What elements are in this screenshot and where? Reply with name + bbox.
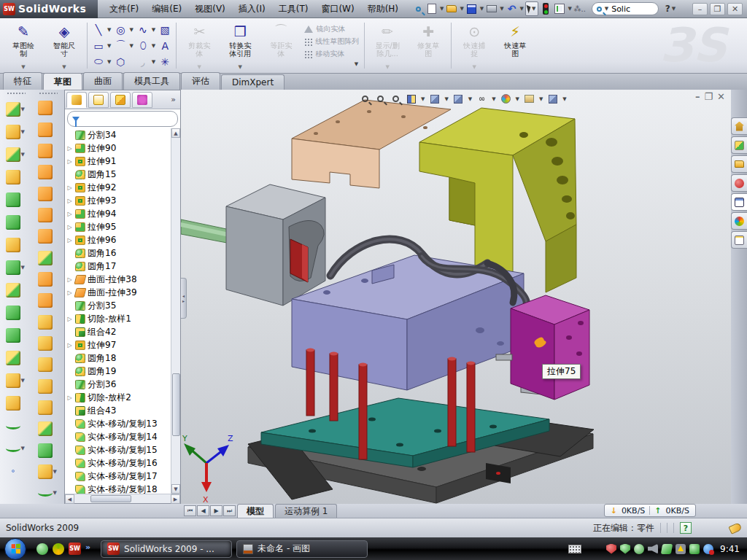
reference-geometry2-icon[interactable] [38, 464, 53, 479]
command-tab-评估[interactable]: 评估 [181, 72, 220, 90]
doc-restore-button[interactable]: ❐ [704, 91, 713, 102]
tree-item[interactable]: ▷切除-放样1 [66, 312, 171, 325]
thicken-icon[interactable] [38, 272, 53, 287]
zoom-previous-icon[interactable] [390, 93, 402, 105]
taskbar-button[interactable]: 未命名 - 画图 [236, 540, 368, 558]
save-icon[interactable] [465, 2, 479, 15]
convert-entities-dropdown[interactable]: ▼ [238, 64, 241, 71]
hide-show-items-icon[interactable]: ∞ [476, 93, 488, 105]
badge-icon[interactable] [634, 544, 644, 554]
hole-wizard-icon[interactable] [6, 238, 20, 252]
taskpane-tab-solidworks-resources[interactable] [731, 117, 747, 135]
expand-icon[interactable]: ▷ [66, 237, 73, 244]
trim-surface-icon[interactable] [38, 379, 53, 394]
tab-scroll-button[interactable]: ◀ [197, 505, 209, 516]
circle-dropdown[interactable]: ▼ [128, 27, 133, 33]
sketch-fillet-dropdown[interactable]: ▼ [151, 59, 156, 65]
hide-show-items-dropdown[interactable]: ▼ [491, 96, 496, 102]
menu-item[interactable]: 文件(F) [104, 1, 144, 18]
taskpane-tab-solidworks-search[interactable] [731, 174, 747, 192]
undo-dropdown[interactable]: ▼ [519, 6, 525, 12]
boss-feature-icon[interactable] [6, 192, 20, 207]
expand-icon[interactable]: ▷ [66, 184, 73, 191]
expand-icon[interactable]: ▷ [66, 198, 73, 204]
keyboard-layout-icon[interactable] [568, 545, 581, 553]
sketch-button[interactable]: ✎草图绘 制▼ [3, 20, 44, 71]
split-icon[interactable] [6, 306, 20, 320]
text-icon[interactable]: A [158, 39, 172, 53]
model-3d[interactable]: Y Z X [181, 90, 731, 504]
revolved-surface-icon[interactable] [38, 122, 53, 137]
new-dropdown[interactable]: ▼ [439, 6, 444, 12]
view-settings-icon[interactable] [546, 93, 559, 105]
messenger-icon[interactable] [36, 543, 48, 555]
toolbar-drag-handle[interactable] [7, 92, 26, 95]
extruded-cut-dropdown[interactable]: ▼ [21, 129, 27, 135]
tree-item[interactable]: ▷拉伸92 [66, 181, 171, 194]
tree-item[interactable]: ▷拉伸95 [66, 220, 171, 233]
menu-item[interactable]: 视图(V) [189, 1, 231, 18]
tab-scroll-button[interactable]: ▶ [210, 505, 222, 516]
rectangle-dropdown[interactable]: ▼ [107, 43, 112, 49]
fillet-icon[interactable] [6, 147, 20, 162]
move-copy-body-icon[interactable] [6, 351, 20, 365]
tree-item[interactable]: 圆角16 [66, 246, 171, 260]
taskpane-tab-file-explorer[interactable] [731, 155, 747, 173]
replace-face-icon[interactable] [38, 336, 53, 351]
rebuild-icon[interactable] [539, 2, 552, 15]
menu-item[interactable]: 窗口(W) [315, 1, 360, 18]
edit-appearance-icon[interactable] [500, 93, 512, 105]
section-view-dropdown[interactable]: ▼ [420, 96, 425, 102]
expand-icon[interactable]: ▷ [66, 158, 73, 165]
spline-icon[interactable]: ∿ [136, 23, 150, 37]
search-dropdown[interactable]: ▼ [604, 6, 609, 12]
panel-splitter[interactable]: ◂▸ [181, 278, 187, 319]
mirror-icon[interactable] [6, 283, 20, 298]
search-input[interactable] [611, 4, 646, 14]
tree-item[interactable]: ▷拉伸97 [66, 338, 171, 351]
sketch-dropdown[interactable]: ▼ [21, 64, 25, 71]
surface-pair-icon[interactable] [38, 187, 53, 201]
tree-item[interactable]: 实体-移动/复制15 [66, 443, 171, 456]
expand-icon[interactable]: ▷ [66, 342, 73, 349]
tree-item[interactable]: 实体-移动/复制17 [66, 470, 171, 483]
slot-dropdown[interactable]: ▼ [107, 59, 112, 65]
swept-surface-icon[interactable] [38, 101, 53, 115]
spline-dropdown[interactable]: ▼ [151, 27, 156, 33]
tree-item[interactable]: 组合43 [66, 404, 171, 417]
tree-item[interactable]: ▷拉伸96 [66, 233, 171, 246]
tags-icon[interactable] [728, 522, 742, 534]
tree-item[interactable]: 组合42 [66, 325, 171, 338]
expand-icon[interactable]: ▷ [66, 145, 73, 152]
tree-item[interactable]: 圆角19 [66, 365, 171, 378]
gray-clamp-block[interactable] [226, 184, 325, 306]
taskbar-clock[interactable]: 9:41 [717, 544, 740, 554]
selection-box-icon[interactable]: ▧ [158, 23, 172, 37]
slot-icon[interactable]: ⬭ [91, 55, 106, 69]
print-dropdown[interactable]: ▼ [499, 6, 504, 12]
pattern-dropdown[interactable]: ▼ [21, 265, 27, 271]
zoom-to-area-icon[interactable] [374, 93, 387, 105]
rectangle-icon[interactable]: ▭ [91, 39, 106, 53]
extend-surface-icon[interactable] [38, 293, 53, 308]
offset-surface-icon[interactable] [38, 208, 53, 222]
restore-button[interactable]: ❐ [710, 3, 725, 15]
view-orientation-icon[interactable] [428, 93, 441, 105]
tree-item[interactable]: 圆角17 [66, 260, 171, 273]
display-style-dropdown[interactable]: ▼ [468, 96, 473, 102]
combine-icon[interactable] [6, 328, 20, 343]
taskpane-tab-custom-properties[interactable] [731, 231, 747, 249]
dome-icon[interactable] [38, 443, 53, 458]
security-shield-icon[interactable] [620, 544, 630, 554]
expand-icon[interactable]: ▷ [66, 211, 73, 217]
tree-item[interactable]: ▷曲面-拉伸39 [66, 286, 171, 299]
expand-icon[interactable]: ▷ [66, 276, 73, 283]
tree-item[interactable]: 实体-移动/复制16 [66, 456, 171, 470]
tree-horizontal-scrollbar[interactable]: ◀ ▶ [65, 494, 180, 503]
tree-item[interactable]: ▷拉伸94 [66, 207, 171, 220]
quicklaunch-overflow-chevron[interactable]: » [85, 542, 90, 552]
reference-geometry-dropdown[interactable]: ▼ [21, 378, 27, 384]
tree-item[interactable]: ▷拉伸91 [66, 155, 171, 168]
curve-icon[interactable] [6, 445, 20, 452]
apply-scene-icon[interactable] [523, 93, 535, 105]
